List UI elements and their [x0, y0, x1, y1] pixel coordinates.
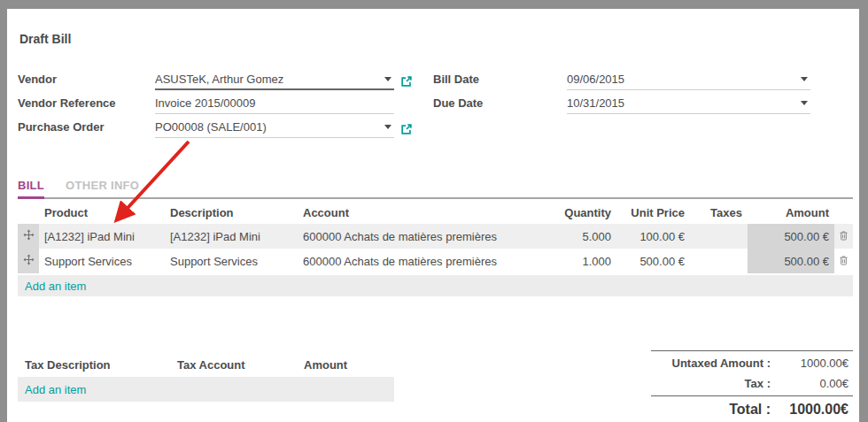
- untaxed-amount-row: Untaxed Amount : 1000.00€: [651, 353, 853, 373]
- external-link-icon[interactable]: [400, 123, 413, 135]
- unit-price-column-header: Unit Price: [616, 202, 690, 224]
- quantity-column-header: Quantity: [549, 202, 616, 224]
- invoice-lines-section: Product Description Account Quantity Uni…: [18, 202, 853, 296]
- total-row: Total : 1000.00€: [651, 396, 853, 421]
- vendor-reference-field[interactable]: Invoice 2015/00009: [155, 96, 394, 114]
- chevron-down-icon[interactable]: [384, 125, 391, 129]
- description-column-header: Description: [165, 202, 298, 224]
- purchase-order-value[interactable]: PO00008 (SALE/001): [155, 120, 267, 134]
- tax-account-column-header: Tax Account: [177, 358, 304, 372]
- delete-line-icon[interactable]: [834, 224, 853, 249]
- tax-table-header: Tax Description Tax Account Amount: [18, 358, 394, 377]
- untaxed-amount-label: Untaxed Amount :: [651, 357, 771, 370]
- purchase-order-label: Purchase Order: [18, 120, 155, 138]
- tax-add-item-link[interactable]: Add an item: [18, 383, 86, 396]
- table-row[interactable]: Support Services Support Services 600000…: [18, 249, 853, 273]
- due-date-row: Due Date 10/31/2015: [433, 90, 814, 114]
- chevron-down-icon[interactable]: [384, 77, 391, 81]
- window-frame: Draft Bill Vendor ASUSTeK, Arthur Gomez …: [0, 0, 868, 422]
- taxes-cell[interactable]: [690, 224, 748, 249]
- vendor-value[interactable]: ASUSTeK, Arthur Gomez: [155, 73, 283, 86]
- due-date-value[interactable]: 10/31/2015: [567, 96, 624, 110]
- product-column-header: Product: [39, 202, 165, 224]
- tax-lines-section: Tax Description Tax Account Amount Add a…: [18, 358, 394, 402]
- handle-column-header: [18, 202, 39, 224]
- taxes-cell[interactable]: [690, 249, 748, 273]
- add-item-link[interactable]: Add an item: [18, 280, 86, 293]
- tab-other-info[interactable]: OTHER INFO: [66, 177, 139, 197]
- taxes-column-header: Taxes: [690, 202, 748, 224]
- tax-description-column-header: Tax Description: [18, 358, 177, 372]
- bill-date-value[interactable]: 09/06/2015: [567, 73, 624, 86]
- unit-price-cell[interactable]: 100.00 €: [616, 224, 690, 249]
- notebook-tabs: BILL OTHER INFO: [18, 177, 853, 199]
- purchase-order-field[interactable]: PO00008 (SALE/001): [155, 120, 394, 138]
- vendor-field[interactable]: ASUSTeK, Arthur Gomez: [155, 73, 394, 90]
- page-title: Draft Bill: [19, 32, 71, 46]
- tab-bill[interactable]: BILL: [18, 177, 44, 199]
- tax-value: 0.00€: [771, 377, 849, 390]
- bill-date-row: Bill Date 09/06/2015: [433, 66, 814, 90]
- external-link-icon[interactable]: [400, 75, 413, 88]
- total-label: Total :: [651, 402, 771, 418]
- product-cell[interactable]: [A1232] iPad Mini: [39, 224, 165, 249]
- amount-cell: 500.00 €: [748, 249, 834, 273]
- invoice-lines-table: Product Description Account Quantity Uni…: [18, 202, 853, 273]
- description-cell[interactable]: Support Services: [165, 249, 298, 273]
- drag-handle-icon[interactable]: [18, 249, 39, 273]
- purchase-order-row: Purchase Order PO00008 (SALE/001): [18, 114, 438, 138]
- total-value: 1000.00€: [771, 402, 849, 418]
- drag-handle-icon[interactable]: [18, 224, 39, 249]
- account-cell[interactable]: 600000 Achats de matières premières: [298, 249, 549, 273]
- amount-cell: 500.00 €: [748, 224, 834, 249]
- draft-bill-form: Draft Bill Vendor ASUSTeK, Arthur Gomez …: [7, 9, 859, 422]
- quantity-cell[interactable]: 1.000: [549, 249, 616, 273]
- add-item-row: Add an item: [18, 275, 853, 296]
- vendor-reference-value[interactable]: Invoice 2015/00009: [155, 96, 255, 110]
- chevron-down-icon[interactable]: [801, 77, 808, 81]
- vendor-reference-row: Vendor Reference Invoice 2015/00009: [18, 90, 438, 114]
- untaxed-amount-value: 1000.00€: [771, 357, 849, 370]
- unit-price-cell[interactable]: 500.00 €: [616, 249, 690, 273]
- due-date-field[interactable]: 10/31/2015: [567, 96, 810, 114]
- account-cell[interactable]: 600000 Achats de matières premières: [298, 224, 549, 249]
- due-date-label: Due Date: [433, 96, 567, 114]
- delete-line-icon[interactable]: [834, 249, 853, 273]
- totals-panel: Untaxed Amount : 1000.00€ Tax : 0.00€ To…: [651, 350, 853, 421]
- table-header-row: Product Description Account Quantity Uni…: [18, 202, 853, 224]
- tax-row: Tax : 0.00€: [651, 373, 853, 394]
- quantity-cell[interactable]: 5.000: [549, 224, 616, 249]
- description-cell[interactable]: [A1232] iPad Mini: [165, 224, 298, 249]
- account-column-header: Account: [298, 202, 549, 224]
- amount-column-header: Amount: [748, 202, 834, 224]
- tax-add-item-row: Add an item: [18, 377, 394, 402]
- tax-amount-column-header: Amount: [304, 358, 394, 372]
- form-right-column: Bill Date 09/06/2015 Due Date 10/31/2015: [433, 66, 814, 114]
- table-row[interactable]: [A1232] iPad Mini [A1232] iPad Mini 6000…: [18, 224, 853, 249]
- actions-column-header: [834, 202, 853, 224]
- vendor-row: Vendor ASUSTeK, Arthur Gomez: [18, 66, 438, 90]
- vendor-label: Vendor: [18, 73, 155, 90]
- bill-date-field[interactable]: 09/06/2015: [567, 73, 810, 90]
- chevron-down-icon[interactable]: [801, 101, 808, 105]
- form-left-column: Vendor ASUSTeK, Arthur Gomez Vendor Refe…: [18, 66, 438, 138]
- product-cell[interactable]: Support Services: [39, 249, 165, 273]
- vendor-reference-label: Vendor Reference: [18, 96, 155, 114]
- tax-label: Tax :: [651, 377, 771, 390]
- bill-date-label: Bill Date: [433, 73, 567, 90]
